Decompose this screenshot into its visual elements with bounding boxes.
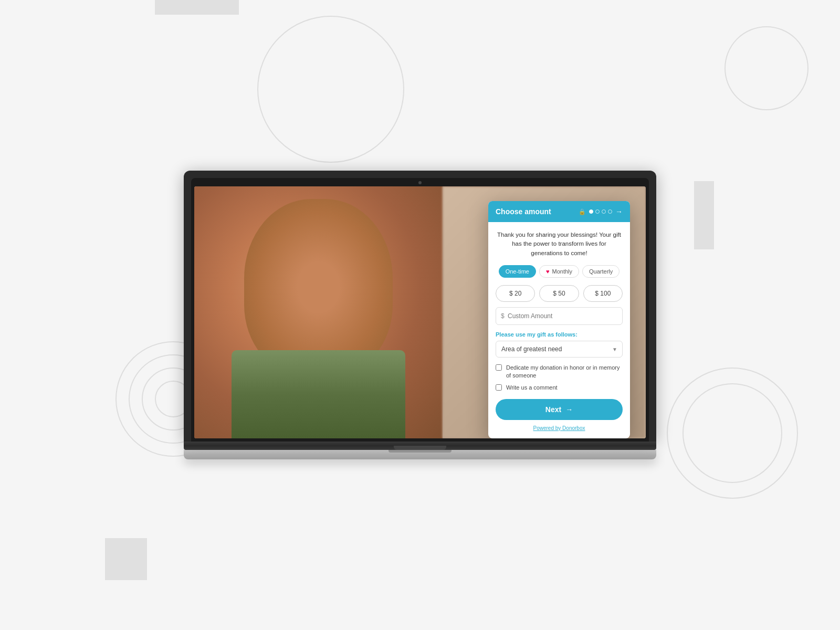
- modal-body: Thank you for sharing your blessings! Yo…: [488, 222, 630, 438]
- bg-rect-top: [155, 0, 239, 15]
- checkbox-dedicate-label[interactable]: Dedicate my donation in honor or in memo…: [496, 364, 623, 380]
- modal-title: Choose amount: [496, 207, 551, 216]
- checkbox-comment-text: Write us a comment: [506, 384, 558, 392]
- custom-amount-wrapper: $: [496, 307, 623, 325]
- bg-circle-6: [724, 26, 808, 110]
- tab-monthly[interactable]: ♥ Monthly: [539, 265, 579, 278]
- camera-dot: [418, 181, 422, 184]
- screen: Choose amount 🔒 →: [194, 186, 646, 438]
- checkbox-comment[interactable]: [496, 384, 502, 391]
- next-button[interactable]: Next →: [496, 399, 623, 420]
- tab-one-time[interactable]: One-time: [499, 265, 536, 278]
- bg-rect-bottom-left: [105, 538, 147, 580]
- modal-header: Choose amount 🔒 →: [488, 201, 630, 222]
- amount-100-button[interactable]: $ 100: [583, 285, 623, 302]
- dropdown-wrapper: Area of greatest need Education Healthca…: [496, 341, 623, 358]
- laptop-body: Choose amount 🔒 →: [184, 171, 656, 442]
- header-arrow-icon: →: [615, 207, 623, 216]
- checkbox-group: Dedicate my donation in honor or in memo…: [496, 364, 623, 392]
- amount-20-button[interactable]: $ 20: [496, 285, 535, 302]
- child-face: [194, 186, 443, 438]
- frequency-tabs: One-time ♥ Monthly Quarterly: [496, 265, 623, 278]
- progress-dot-3: [602, 209, 606, 214]
- tab-quarterly[interactable]: Quarterly: [582, 265, 620, 278]
- use-gift-label: Please use my gift as follows:: [496, 331, 623, 338]
- laptop-bottom: [184, 450, 656, 459]
- custom-amount-input[interactable]: [496, 307, 623, 325]
- next-arrow-icon: →: [565, 405, 573, 414]
- donation-modal: Choose amount 🔒 →: [488, 201, 630, 438]
- laptop-wrapper: Choose amount 🔒 →: [184, 171, 656, 459]
- bg-rect-right-1: [694, 181, 714, 249]
- checkbox-comment-label[interactable]: Write us a comment: [496, 384, 623, 392]
- laptop-hinge: [394, 446, 446, 450]
- progress-dot-2: [595, 209, 600, 214]
- lock-icon: 🔒: [579, 208, 586, 215]
- checkbox-dedicate-text: Dedicate my donation in honor or in memo…: [506, 364, 623, 380]
- bg-circle-8: [682, 383, 782, 483]
- tagline-text: Thank you for sharing your blessings! Yo…: [496, 230, 623, 258]
- laptop-base: [184, 442, 656, 450]
- powered-by[interactable]: Powered by Donorbox: [496, 425, 623, 431]
- amount-buttons: $ 20 $ 50 $ 100: [496, 285, 623, 302]
- bg-circle-1: [257, 16, 404, 163]
- progress-dot-4: [608, 209, 612, 214]
- progress-dot-1: [589, 209, 593, 214]
- screen-bezel: Choose amount 🔒 →: [191, 178, 649, 442]
- modal-header-controls: 🔒 →: [579, 207, 623, 216]
- checkbox-dedicate[interactable]: [496, 364, 502, 371]
- amount-50-button[interactable]: $ 50: [539, 285, 579, 302]
- dollar-prefix: $: [501, 312, 505, 320]
- next-button-label: Next: [545, 405, 561, 414]
- gift-dropdown[interactable]: Area of greatest need Education Healthca…: [496, 341, 623, 358]
- progress-dots: [589, 209, 612, 214]
